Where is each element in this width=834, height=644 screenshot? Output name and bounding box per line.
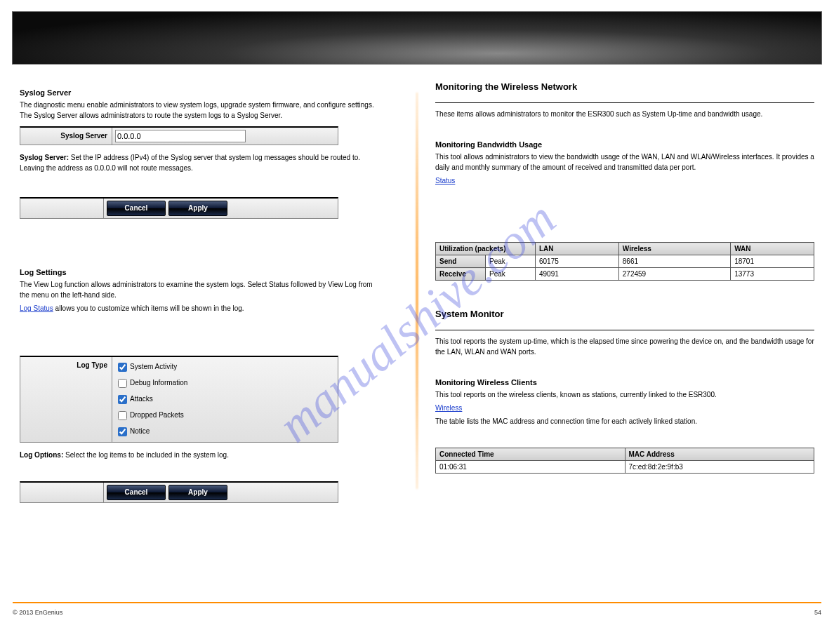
monitor-heading: Monitoring the Wireless Network [435, 81, 814, 92]
lbl-attacks: Attacks [130, 395, 153, 403]
log-desc: The View Log function allows administrat… [20, 279, 379, 300]
wireless-link[interactable]: Wireless [435, 404, 462, 412]
chk-system-activity[interactable] [118, 363, 127, 372]
lbl-dropped: Dropped Packets [130, 411, 184, 419]
syslog-field-label: Syslog Server [20, 128, 112, 145]
apply-button[interactable]: Apply [168, 201, 227, 216]
monitor-rule [435, 102, 814, 103]
utilization-table: Utilization (packets) LAN Wireless WAN S… [435, 242, 814, 281]
system-heading: System Monitor [435, 309, 814, 319]
logtype-field-label: Log Type [20, 357, 112, 442]
chk-attacks[interactable] [118, 395, 127, 404]
syslog-hint-body: Set the IP address (IPv4) of the Syslog … [20, 154, 360, 172]
log-link-body: allows you to customize which items will… [55, 304, 244, 312]
lbl-system-activity: System Activity [130, 363, 177, 370]
chk-debug-info[interactable] [118, 379, 127, 388]
top-banner [12, 11, 822, 65]
table-row: Send Peak 60175 8661 18701 [436, 255, 814, 268]
syslog-hint-title: Syslog Server: [20, 154, 69, 161]
logtype-form: Log Type System Activity Debug Informati… [20, 356, 338, 443]
log-hint-title: Log Options: [20, 451, 63, 459]
bandwidth-body2: Status Select Status followed by Bandwid… [435, 175, 814, 186]
footer-rule [13, 602, 821, 603]
page-body: Syslog Server The diagnostic menu enable… [13, 65, 821, 510]
client-table: Connected Time MAC Address 01:06:31 7c:e… [435, 448, 814, 474]
system-rule [435, 329, 814, 330]
syslog-form: Syslog Server [20, 126, 338, 145]
bandwidth-title: Monitoring Bandwidth Usage [435, 140, 814, 149]
lbl-notice: Notice [130, 427, 150, 435]
footer: © 2013 EnGenius 54 [13, 609, 821, 616]
footer-right: 54 [814, 609, 821, 616]
syslog-input[interactable] [115, 130, 246, 142]
wireless-body3: The table lists the MAC address and conn… [435, 416, 814, 427]
wireless-body1: This tool reports on the wireless client… [435, 389, 814, 400]
apply-button-2[interactable]: Apply [168, 485, 227, 500]
util-h3: WAN [731, 243, 814, 255]
chk-notice[interactable] [118, 427, 127, 436]
table-row: 01:06:31 7c:ed:8d:2e:9f:b3 [436, 461, 814, 474]
chk-dropped[interactable] [118, 411, 127, 420]
right-column: Monitoring the Wireless Network These it… [407, 65, 821, 510]
wireless-body2-line: Wireless [435, 403, 814, 413]
log-title: Log Settings [20, 268, 379, 276]
bandwidth-body1: This tool allows administrators to view … [435, 152, 814, 173]
util-h0: Utilization (packets) [436, 243, 536, 255]
wireless-title: Monitoring Wireless Clients [435, 378, 814, 387]
util-h1: LAN [536, 243, 619, 255]
util-h2: Wireless [618, 243, 730, 255]
left-column: Syslog Server The diagnostic menu enable… [13, 65, 407, 510]
log-button-bar: Cancel Apply [20, 481, 338, 503]
syslog-button-bar: Cancel Apply [20, 197, 338, 219]
monitor-body: These items allows administrators to mon… [435, 109, 814, 119]
lbl-debug-info: Debug Information [130, 379, 187, 387]
log-link-line: Log Status allows you to customize which… [20, 303, 379, 314]
footer-left: © 2013 EnGenius [13, 609, 62, 616]
cancel-button-2[interactable]: Cancel [107, 485, 166, 500]
logtype-options: System Activity Debug Information Attack… [112, 357, 338, 442]
client-h0: Connected Time [436, 448, 626, 461]
system-body: This tool reports the system up-time, wh… [435, 336, 814, 357]
cancel-button[interactable]: Cancel [107, 201, 166, 216]
log-hint: Log Options: Select the log items to be … [20, 450, 379, 460]
syslog-title: Syslog Server [20, 88, 379, 97]
log-hint-body: Select the log items to be included in t… [65, 451, 229, 459]
syslog-desc: The diagnostic menu enable administrator… [20, 100, 379, 121]
log-status-link[interactable]: Log Status [20, 304, 53, 312]
status-link[interactable]: Status [435, 177, 455, 185]
table-row: Receive Peak 49091 272459 13773 [436, 268, 814, 281]
client-h1: MAC Address [625, 448, 814, 461]
syslog-hint: Syslog Server: Set the IP address (IPv4)… [20, 152, 379, 173]
